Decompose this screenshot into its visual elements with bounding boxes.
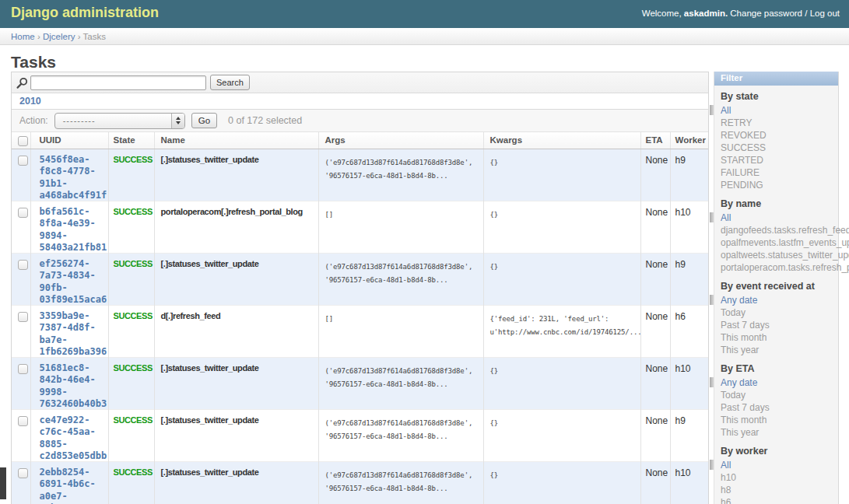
- task-uuid-link[interactable]: ef256274- 7a73-4834- 90fb- 03f89e15aca6: [40, 258, 102, 304]
- filter-section-title: By name: [721, 199, 838, 209]
- filter-section: By nameAlldjangofeeds.tasks.refresh_feed…: [714, 199, 838, 274]
- column-header-args[interactable]: Args: [318, 132, 483, 149]
- eta-cell: None: [640, 409, 670, 461]
- filter-item[interactable]: Any date: [714, 294, 838, 306]
- breadcrumb-separator: ›: [37, 32, 40, 41]
- column-header-eta[interactable]: ETA: [640, 132, 670, 149]
- page-title: Tasks: [11, 53, 849, 72]
- user-tools-separator: /: [805, 9, 807, 18]
- worker-cell: h10: [670, 201, 708, 253]
- state-cell: SUCCESS: [108, 201, 154, 253]
- column-header-state[interactable]: State: [108, 132, 154, 149]
- task-uuid-link[interactable]: 5456f8ea- f8c8-4778- 91b1- a468abc4f91f: [40, 154, 102, 200]
- filter-item[interactable]: Any date: [714, 376, 838, 389]
- filter-item[interactable]: REVOKED: [714, 129, 838, 142]
- column-header-kwargs[interactable]: Kwargs: [483, 132, 640, 149]
- filter-item[interactable]: PENDING: [714, 179, 838, 191]
- search-icon: [16, 77, 28, 89]
- logout-link[interactable]: Log out: [810, 9, 840, 18]
- column-header-name[interactable]: Name: [154, 132, 318, 149]
- worker-cell: h9: [670, 149, 708, 201]
- row-select-cell: [12, 357, 30, 409]
- filter-item[interactable]: This year: [714, 426, 838, 439]
- username: askadmin.: [684, 9, 728, 18]
- task-uuid-link[interactable]: b6fa561c- 8f8a-4e39- 9894- 58403a21fb81: [40, 206, 102, 252]
- go-button[interactable]: Go: [191, 113, 217, 128]
- row-checkbox[interactable]: [18, 364, 28, 374]
- breadcrumb-home[interactable]: Home: [11, 32, 35, 41]
- search-bar-row: Search: [12, 72, 708, 93]
- filter-section: By workerAllh10h8h6: [714, 446, 838, 504]
- desktop-artifact: [0, 467, 6, 499]
- filter-item[interactable]: djangofeeds.tasks.refresh_feeds: [714, 224, 838, 236]
- args-cell: ('e97c687d13d87f614a6d81768d8f3d8e', '96…: [318, 149, 483, 201]
- filter-item[interactable]: This year: [714, 344, 838, 356]
- row-checkbox[interactable]: [18, 260, 28, 270]
- user-tools: Welcome, askadmin. Change password / Log…: [642, 9, 840, 18]
- uuid-cell: ef256274- 7a73-4834- 90fb- 03f89e15aca6: [30, 253, 108, 305]
- filter-item[interactable]: h8: [714, 484, 838, 496]
- admin-header: Django administration Welcome, askadmin.…: [0, 0, 849, 28]
- filter-item[interactable]: Today: [714, 306, 838, 319]
- filter-item[interactable]: h6: [714, 496, 838, 504]
- filter-item[interactable]: RETRY: [714, 117, 838, 129]
- site-title: Django administration: [11, 5, 159, 21]
- state-cell: SUCCESS: [108, 461, 154, 504]
- filter-item[interactable]: All: [714, 104, 838, 117]
- row-checkbox[interactable]: [18, 416, 28, 426]
- change-password-link[interactable]: Change password: [730, 9, 802, 18]
- filter-section-title: By event received at: [721, 282, 838, 292]
- row-select-cell: [12, 201, 30, 253]
- row-checkbox[interactable]: [18, 208, 28, 218]
- task-uuid-link[interactable]: 2ebb8254- 6891-4b6c- a0e7- 4ab09e424667: [40, 467, 102, 504]
- column-header-worker[interactable]: Worker: [670, 132, 708, 149]
- filter-section-title: By state: [721, 92, 838, 102]
- filter-section-title: By worker: [721, 446, 838, 457]
- filter-section-title: By ETA: [721, 364, 838, 374]
- row-checkbox[interactable]: [18, 156, 28, 166]
- breadcrumb-separator: ›: [78, 32, 81, 41]
- table-row: ef256274- 7a73-4834- 90fb- 03f89e15aca6S…: [12, 253, 708, 305]
- state-cell: SUCCESS: [108, 253, 154, 305]
- action-select[interactable]: ---------: [54, 113, 185, 129]
- row-checkbox[interactable]: [18, 312, 28, 322]
- changelist-module: Search 2010 Action: --------- Go 0 of 17…: [11, 72, 709, 504]
- filter-item[interactable]: All: [714, 459, 838, 471]
- task-uuid-link[interactable]: ce47e922- c76c-45aa- 8885- c2d853e05dbb: [40, 415, 102, 460]
- selection-counter: 0 of 172 selected: [228, 115, 302, 126]
- filter-panel-title: Filter: [714, 72, 838, 86]
- row-checkbox[interactable]: [18, 468, 28, 478]
- args-cell: ('e97c687d13d87f614a6d81768d8f3d8e', '96…: [318, 253, 483, 305]
- column-header-uuid[interactable]: UUID: [30, 132, 108, 149]
- filter-item[interactable]: FAILURE: [714, 166, 838, 179]
- actions-toolbar: Action: --------- Go 0 of 172 selected: [12, 110, 708, 132]
- filter-item[interactable]: This month: [714, 331, 838, 344]
- search-button[interactable]: Search: [210, 75, 250, 90]
- filter-item[interactable]: opaltweets.statuses_twitter_update: [714, 249, 838, 261]
- task-uuid-link[interactable]: 51681ec8- 842b-46e4- 9998- 7632460b40b3: [40, 362, 102, 408]
- filter-item[interactable]: This month: [714, 414, 838, 426]
- filter-item[interactable]: All: [714, 212, 838, 224]
- filter-item[interactable]: opalfmevents.lastfm_events_update: [714, 236, 838, 249]
- date-hierarchy-link[interactable]: 2010: [19, 96, 41, 107]
- search-input[interactable]: [30, 75, 206, 90]
- action-select-value: ---------: [55, 116, 96, 125]
- kwargs-cell: {}: [483, 357, 640, 409]
- task-uuid-link[interactable]: 3359ba9e- 7387-4d8f- ba7e- 1fb6269ba396: [40, 310, 102, 356]
- filter-section: By ETAAny dateTodayPast 7 daysThis month…: [714, 364, 838, 439]
- filter-item[interactable]: SUCCESS: [714, 142, 838, 154]
- args-cell: ('e97c687d13d87f614a6d81768d8f3d8e', '96…: [318, 461, 483, 504]
- breadcrumb-app[interactable]: Djcelery: [43, 32, 75, 41]
- filter-item[interactable]: h10: [714, 471, 838, 484]
- kwargs-cell: {}: [483, 201, 640, 253]
- uuid-cell: b6fa561c- 8f8a-4e39- 9894- 58403a21fb81: [30, 201, 108, 253]
- filter-item[interactable]: Today: [714, 389, 838, 401]
- select-all-checkbox[interactable]: [18, 136, 28, 146]
- filter-item[interactable]: Past 7 days: [714, 401, 838, 414]
- filter-item[interactable]: STARTED: [714, 154, 838, 166]
- filter-item[interactable]: Past 7 days: [714, 319, 838, 331]
- uuid-cell: 51681ec8- 842b-46e4- 9998- 7632460b40b3: [30, 357, 108, 409]
- args-cell: ('e97c687d13d87f614a6d81768d8f3d8e', '96…: [318, 409, 483, 461]
- filter-item[interactable]: portaloperacom.tasks.refresh_portal_blog: [714, 261, 838, 274]
- kwargs-cell: {'feed_id': 231L, 'feed_url': u'http://w…: [483, 305, 640, 357]
